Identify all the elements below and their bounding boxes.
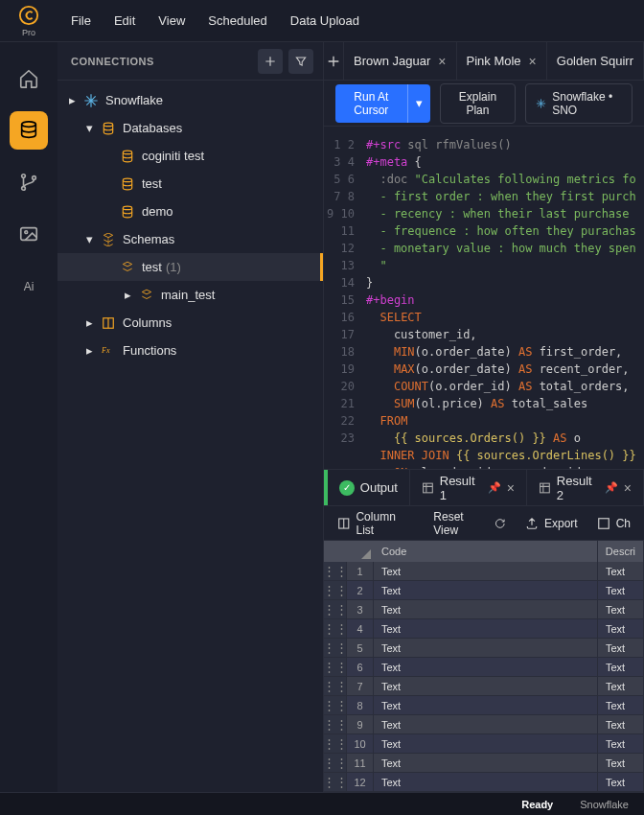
result-tab-2[interactable]: Result 2 📌 × (527, 470, 644, 505)
table-row[interactable]: ⋮⋮4TextText (324, 619, 644, 639)
tab-label: Result 1 (440, 474, 482, 502)
cell-code[interactable]: Text (374, 562, 598, 580)
cell-code[interactable]: Text (374, 754, 598, 772)
export-button[interactable]: Export (525, 517, 578, 530)
menu-view[interactable]: View (158, 13, 185, 28)
cell-desc[interactable]: Text (598, 581, 644, 599)
cell-desc[interactable]: Text (598, 734, 644, 753)
row-handle[interactable]: ⋮⋮ (324, 581, 347, 599)
nav-database[interactable] (10, 111, 48, 150)
row-handle[interactable]: ⋮⋮ (324, 639, 347, 657)
cell-desc[interactable]: Text (598, 562, 644, 580)
new-tab-button[interactable] (324, 42, 344, 80)
tree-db-item[interactable]: coginiti test (58, 142, 323, 170)
table-row[interactable]: ⋮⋮1TextText (324, 562, 644, 581)
cell-desc[interactable]: Text (598, 715, 644, 734)
row-handle[interactable]: ⋮⋮ (324, 754, 347, 772)
reset-view-button[interactable]: Reset View (433, 510, 506, 537)
menu-data-upload[interactable]: Data Upload (290, 13, 359, 28)
table-row[interactable]: ⋮⋮5TextText (324, 639, 644, 658)
tree-schema-test[interactable]: test (1) (58, 253, 323, 281)
row-handle[interactable]: ⋮⋮ (324, 600, 347, 618)
tree-columns[interactable]: ▸ Columns (58, 309, 323, 337)
menu-edit[interactable]: Edit (114, 13, 135, 28)
nav-home[interactable] (10, 59, 48, 98)
chart-button[interactable]: Ch (597, 517, 631, 530)
cell-desc[interactable]: Text (598, 773, 644, 791)
explain-plan-button[interactable]: Explain Plan (440, 83, 516, 124)
tree-databases[interactable]: ▾ Databases (58, 114, 323, 142)
code-editor[interactable]: 1 2 3 4 5 6 7 8 9 10 11 12 13 14 15 16 1… (324, 127, 644, 469)
row-handle[interactable]: ⋮⋮ (324, 734, 347, 753)
nav-ai[interactable]: Ai (10, 267, 48, 305)
cell-code[interactable]: Text (374, 619, 598, 638)
cell-desc[interactable]: Text (598, 754, 644, 772)
nav-images[interactable] (10, 215, 48, 253)
table-row[interactable]: ⋮⋮3TextText (324, 600, 644, 619)
cell-code[interactable]: Text (374, 773, 598, 791)
column-list-button[interactable]: Column List (337, 510, 414, 537)
pin-icon[interactable]: 📌 (605, 481, 618, 494)
tree-connection-snowflake[interactable]: ▸ Snowflake (58, 86, 323, 114)
table-row[interactable]: ⋮⋮6TextText (324, 658, 644, 677)
row-number: 7 (347, 677, 374, 695)
nav-git[interactable] (10, 163, 48, 201)
close-icon[interactable]: × (529, 54, 537, 69)
row-handle[interactable]: ⋮⋮ (324, 677, 347, 695)
table-row[interactable]: ⋮⋮8TextText (324, 696, 644, 715)
table-row[interactable]: ⋮⋮12TextText (324, 773, 644, 792)
row-handle[interactable]: ⋮⋮ (324, 619, 347, 638)
cell-desc[interactable]: Text (598, 619, 644, 638)
cell-desc[interactable]: Text (598, 639, 644, 657)
cell-code[interactable]: Text (374, 715, 598, 734)
close-icon[interactable]: × (438, 54, 446, 69)
tab-golden-squirrel[interactable]: Golden Squirr (547, 42, 644, 80)
grid-corner[interactable] (324, 541, 374, 562)
close-icon[interactable]: × (624, 480, 632, 496)
tree-db-item[interactable]: test (58, 170, 323, 198)
tree-schemas[interactable]: ▾ Schemas (58, 225, 323, 253)
column-header-code[interactable]: Code (374, 541, 598, 562)
table-row[interactable]: ⋮⋮9TextText (324, 715, 644, 734)
tree-functions[interactable]: ▸ Fx Functions (58, 337, 323, 364)
tab-pink-mole[interactable]: Pink Mole × (457, 42, 547, 80)
cell-desc[interactable]: Text (598, 696, 644, 714)
row-handle[interactable]: ⋮⋮ (324, 773, 347, 791)
menu-scheduled[interactable]: Scheduled (208, 13, 266, 28)
tab-brown-jaguar[interactable]: Brown Jaguar × (344, 42, 456, 80)
close-icon[interactable]: × (507, 480, 515, 496)
result-tab-output[interactable]: ✓ Output (328, 470, 410, 505)
column-header-desc[interactable]: Descri (598, 541, 644, 562)
cell-code[interactable]: Text (374, 734, 598, 753)
cell-desc[interactable]: Text (598, 658, 644, 676)
table-row[interactable]: ⋮⋮7TextText (324, 677, 644, 696)
table-row[interactable]: ⋮⋮11TextText (324, 754, 644, 773)
cell-code[interactable]: Text (374, 600, 598, 618)
filter-connections-button[interactable] (288, 49, 313, 74)
table-row[interactable]: ⋮⋮2TextText (324, 581, 644, 600)
cell-code[interactable]: Text (374, 677, 598, 695)
cell-code[interactable]: Text (374, 639, 598, 657)
add-connection-button[interactable] (258, 49, 283, 74)
connection-selector[interactable]: Snowflake • SNO (525, 83, 632, 124)
tree-schema-item[interactable]: ▸ main_test (58, 281, 323, 309)
pin-icon[interactable]: 📌 (488, 481, 501, 494)
row-handle[interactable]: ⋮⋮ (324, 658, 347, 676)
cell-desc[interactable]: Text (598, 600, 644, 618)
row-handle[interactable]: ⋮⋮ (324, 562, 347, 580)
svg-point-1 (22, 122, 36, 127)
row-handle[interactable]: ⋮⋮ (324, 715, 347, 734)
cell-code[interactable]: Text (374, 581, 598, 599)
run-dropdown-button[interactable]: ▾ (407, 84, 430, 123)
cell-code[interactable]: Text (374, 658, 598, 676)
tree-label: Columns (123, 315, 172, 330)
cell-code[interactable]: Text (374, 696, 598, 714)
cell-desc[interactable]: Text (598, 677, 644, 695)
result-tab-1[interactable]: Result 1 📌 × (410, 470, 527, 505)
main-menu: File Edit View Scheduled Data Upload (58, 13, 359, 28)
row-handle[interactable]: ⋮⋮ (324, 696, 347, 714)
tree-db-item[interactable]: demo (58, 198, 323, 225)
table-row[interactable]: ⋮⋮10TextText (324, 734, 644, 754)
run-at-cursor-button[interactable]: Run At Cursor (335, 84, 407, 123)
menu-file[interactable]: File (71, 13, 91, 28)
